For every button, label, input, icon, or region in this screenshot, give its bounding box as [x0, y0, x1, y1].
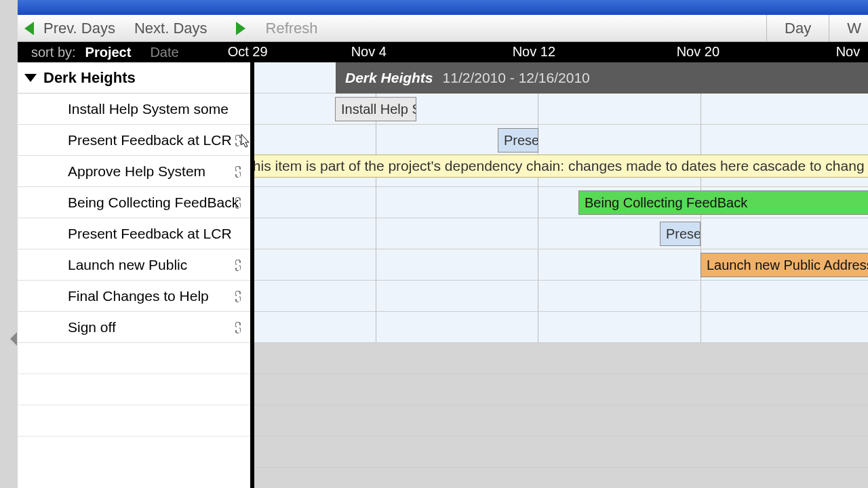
dependency-link-icon[interactable]: [234, 320, 243, 335]
task-row[interactable]: Present Feedback at LCR: [18, 218, 250, 249]
task-label: Sign off: [68, 319, 116, 336]
app-window: Prev. Days Next. Days Refresh Day W sort…: [18, 0, 868, 488]
task-label: Present Feedback at LCR: [68, 132, 232, 148]
window-titlebar: [18, 0, 868, 15]
task-row[interactable]: Being Collecting FeedBack: [18, 187, 250, 218]
task-label: Launch new Public: [68, 257, 187, 273]
prev-days-arrow-icon[interactable]: [24, 22, 34, 35]
prev-days-button[interactable]: Prev. Days: [43, 20, 115, 37]
date-tick: Nov: [836, 44, 861, 60]
date-tick: Oct 29: [228, 44, 268, 60]
task-label: Present Feedback at LCR: [68, 226, 232, 242]
toolbar: Prev. Days Next. Days Refresh Day W: [18, 15, 868, 42]
gantt-task-bar[interactable]: Launch new Public Address S: [701, 253, 868, 277]
dependency-link-icon[interactable]: [234, 289, 243, 304]
timeline-header: sort by: Project Date Oct 29 Nov 4 Nov 1…: [18, 42, 868, 62]
gantt-row: [254, 374, 868, 405]
task-row[interactable]: Sign off: [18, 312, 250, 343]
sort-by-label: sort by:: [18, 45, 76, 60]
task-row[interactable]: Present Feedback at LCR: [18, 125, 250, 156]
next-days-arrow-icon[interactable]: [236, 22, 245, 35]
sort-project-option[interactable]: Project: [76, 45, 141, 60]
view-day-button[interactable]: Day: [766, 15, 829, 41]
task-row[interactable]: Approve Help System: [18, 156, 250, 187]
date-tick: Nov 12: [513, 44, 555, 60]
task-row[interactable]: Install Help System some: [18, 94, 250, 125]
next-days-button[interactable]: Next. Days: [134, 20, 208, 37]
task-row[interactable]: Launch new Public: [18, 249, 250, 281]
project-summary-bar[interactable]: Derk Heights 11/2/2010 - 12/16/2010: [336, 62, 868, 94]
gantt-row: [254, 436, 868, 468]
sort-date-option[interactable]: Date: [140, 45, 188, 60]
task-label: Approve Help System: [68, 163, 205, 180]
date-tick: Nov 4: [351, 44, 387, 60]
gantt-task-bar[interactable]: Prese: [660, 222, 701, 246]
date-scale: Oct 29 Nov 4 Nov 12 Nov 20 Nov: [189, 42, 868, 62]
project-name: Derk Heights: [43, 69, 136, 87]
gantt-row: Derk Heights 11/2/2010 - 12/16/2010: [254, 62, 868, 94]
gantt-task-bar[interactable]: Install Help S: [335, 97, 416, 121]
gantt-row: [254, 343, 868, 374]
empty-area: [18, 343, 250, 436]
gantt-row: Install Help S: [254, 94, 868, 125]
gantt-row: Being Collecting FeedBack: [254, 187, 868, 218]
gantt-row: [254, 312, 868, 343]
gantt-panel[interactable]: Derk Heights 11/2/2010 - 12/16/2010 Inst…: [254, 62, 868, 488]
gantt-row: Launch new Public Address S: [254, 249, 868, 281]
gantt-task-bar[interactable]: Being Collecting FeedBack: [578, 190, 868, 215]
dependency-link-icon[interactable]: [234, 195, 243, 210]
task-label: Install Help System some: [68, 101, 229, 117]
view-week-button[interactable]: W: [829, 15, 861, 41]
dependency-link-icon[interactable]: [234, 258, 243, 272]
task-list-panel: Derk Heights Install Help System some Pr…: [18, 62, 254, 488]
gantt-row: [254, 405, 868, 436]
task-row[interactable]: Final Changes to Help: [18, 281, 250, 312]
gantt-row: [254, 156, 868, 187]
dependency-link-icon[interactable]: [234, 164, 243, 179]
gantt-row: Prese: [254, 125, 868, 156]
task-label: Being Collecting FeedBack: [68, 195, 239, 211]
date-tick: Nov 20: [677, 44, 719, 60]
gantt-row: [254, 281, 868, 312]
left-panel-collapse-handle[interactable]: [10, 332, 17, 346]
task-label: Final Changes to Help: [68, 288, 209, 304]
project-bar-dates: 11/2/2010 - 12/16/2010: [443, 70, 590, 86]
project-row[interactable]: Derk Heights: [18, 62, 250, 94]
project-bar-name: Derk Heights: [345, 70, 433, 86]
refresh-button[interactable]: Refresh: [266, 20, 318, 37]
gantt-task-bar[interactable]: Prese: [498, 128, 538, 152]
disclosure-triangle-icon[interactable]: [24, 74, 37, 82]
dependency-link-icon[interactable]: [234, 133, 243, 148]
gantt-row: Prese: [254, 218, 868, 249]
